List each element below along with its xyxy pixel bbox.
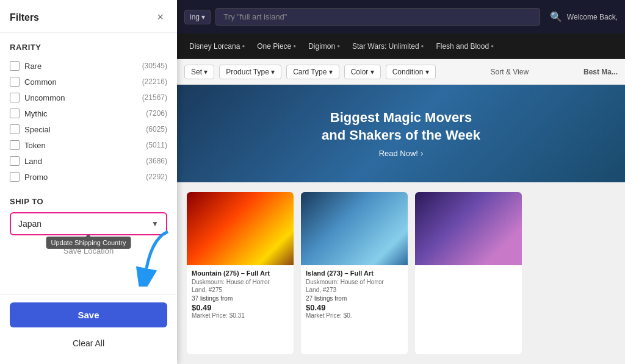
rarity-left: Token: [10, 140, 46, 150]
card-name: Mountain (275) – Full Art: [192, 269, 289, 277]
rarity-item-rare: Rare (30545): [10, 58, 167, 74]
search-icon[interactable]: 🔍: [550, 11, 562, 23]
banner-link-label: Read Now!: [379, 149, 418, 158]
rarity-item-token: Token (5011): [10, 137, 167, 153]
rarity-left: Uncommon: [10, 93, 65, 102]
rarity-checkbox-common[interactable]: [10, 77, 20, 87]
product-card[interactable]: Island (273) – Full Art Duskmourn: House…: [301, 192, 408, 354]
ship-to-select-wrapper: Japan United States Germany Australia ▼ …: [10, 212, 167, 235]
search-box[interactable]: Try "full art island": [215, 8, 540, 26]
card-listings: 37 listings from: [192, 295, 289, 302]
cat-disney-lorcana[interactable]: Disney Lorcana ●: [184, 40, 250, 53]
save-button[interactable]: Save: [10, 302, 167, 327]
close-filter-button[interactable]: ×: [153, 10, 167, 25]
card-name: Island (273) – Full Art: [306, 269, 403, 277]
sort-value[interactable]: Best Ma...: [583, 68, 618, 76]
rarity-count-special: (6025): [146, 125, 167, 134]
card-info: Mountain (275) – Full Art Duskmourn: Hou…: [187, 265, 294, 323]
cat-label: Digimon: [308, 42, 335, 51]
rarity-checkbox-special[interactable]: [10, 124, 20, 134]
rarity-checkbox-token[interactable]: [10, 140, 20, 150]
sort-view-label: Sort & View: [491, 68, 529, 76]
ship-to-title: Ship To: [10, 197, 167, 206]
rarity-label-uncommon: Uncommon: [24, 93, 65, 102]
rarity-item-promo: Promo (2292): [10, 169, 167, 185]
cat-star-wars[interactable]: Star Wars: Unlimited ●: [347, 40, 428, 53]
promo-banner: Biggest Magic Moversand Shakers of the W…: [177, 85, 625, 182]
rarity-label-common: Common: [24, 77, 57, 87]
card-image-island: [301, 192, 408, 265]
filter-color[interactable]: Color ▾: [344, 65, 381, 79]
card-number: Land, #273: [306, 287, 403, 293]
rarity-item-land: Land (3686): [10, 153, 167, 169]
rarity-count-uncommon: (21567): [142, 93, 167, 102]
cat-one-piece[interactable]: One Piece ●: [252, 40, 301, 53]
filter-panel-title: Filters: [10, 12, 39, 23]
cat-dot: ●: [421, 43, 424, 49]
card-image-partial: [415, 192, 522, 265]
welcome-text: Welcome Back,: [567, 13, 618, 21]
product-cards-area: Mountain (275) – Full Art Duskmourn: Hou…: [177, 182, 625, 364]
rarity-count-rare: (30545): [142, 62, 167, 70]
rarity-checkbox-land[interactable]: [10, 156, 20, 166]
cat-label: Flesh and Blood: [436, 42, 489, 51]
cat-dot: ●: [242, 43, 245, 49]
rarity-checkbox-rare[interactable]: [10, 61, 20, 71]
cat-dot: ●: [337, 43, 340, 49]
rarity-label-rare: Rare: [24, 62, 42, 71]
rarity-label-promo: Promo: [24, 173, 48, 182]
category-nav: Disney Lorcana ● One Piece ● Digimon ● S…: [177, 34, 625, 59]
filter-footer: Save Clear All: [0, 294, 177, 364]
card-price: $0.49: [192, 303, 289, 312]
rarity-count-common: (22216): [142, 77, 167, 86]
cat-label: One Piece: [257, 42, 291, 51]
filter-set[interactable]: Set ▾: [184, 65, 214, 79]
rarity-item-uncommon: Uncommon (21567): [10, 90, 167, 105]
banner-arrow-icon: ›: [421, 149, 423, 158]
rarity-label-special: Special: [24, 125, 51, 134]
product-card-partial[interactable]: [415, 192, 522, 354]
card-market: Market Price: $0.31: [192, 312, 289, 319]
ship-to-section: Ship To Japan United States Germany Aust…: [10, 197, 167, 259]
rarity-label-land: Land: [24, 157, 42, 166]
rarity-count-token: (5011): [146, 141, 167, 149]
rarity-left: Land: [10, 156, 42, 166]
cat-dot: ●: [293, 43, 296, 49]
cat-flesh-blood[interactable]: Flesh and Blood ●: [431, 40, 499, 53]
card-info: Island (273) – Full Art Duskmourn: House…: [301, 265, 408, 323]
rarity-item-common: Common (22216): [10, 74, 167, 90]
rarity-label-mythic: Mythic: [24, 109, 48, 118]
rarity-left: Special: [10, 124, 51, 134]
filter-product-type[interactable]: Product Type ▾: [219, 65, 281, 79]
filter-panel: Filters × Rarity Rare (30545) Common (22…: [0, 0, 177, 364]
rarity-list: Rare (30545) Common (22216) Uncommon (21…: [10, 58, 167, 185]
rarity-section-title: Rarity: [10, 43, 167, 52]
card-price: $0.49: [306, 303, 403, 312]
clear-all-button[interactable]: Clear All: [10, 332, 167, 354]
rarity-count-mythic: (7206): [146, 109, 167, 118]
filter-card-type[interactable]: Card Type ▾: [286, 65, 339, 79]
rarity-count-land: (3686): [146, 157, 167, 165]
rarity-checkbox-mythic[interactable]: [10, 109, 20, 118]
top-nav: ing ▾ Try "full art island" 🔍 Welcome Ba…: [177, 0, 625, 34]
product-card[interactable]: Mountain (275) – Full Art Duskmourn: Hou…: [187, 192, 294, 354]
cat-dot: ●: [491, 43, 494, 49]
rarity-checkbox-uncommon[interactable]: [10, 93, 20, 102]
card-set: Duskmourn: House of Horror: [192, 279, 289, 285]
rarity-left: Promo: [10, 172, 48, 182]
cat-label: Disney Lorcana: [189, 42, 240, 51]
update-shipping-tooltip: Update Shipping Country: [46, 237, 131, 249]
ship-to-select[interactable]: Japan United States Germany Australia: [18, 219, 159, 229]
banner-link[interactable]: Read Now! ›: [379, 149, 424, 158]
cat-digimon[interactable]: Digimon ●: [303, 40, 345, 53]
rarity-checkbox-promo[interactable]: [10, 172, 20, 182]
search-placeholder: Try "full art island": [223, 12, 287, 21]
filter-bar: Set ▾ Product Type ▾ Card Type ▾ Color ▾…: [177, 59, 625, 85]
rarity-left: Rare: [10, 61, 42, 71]
card-set: Duskmourn: House of Horror: [306, 279, 403, 285]
nav-dropdown-label: ing ▾: [190, 13, 205, 21]
nav-dropdown[interactable]: ing ▾: [184, 10, 211, 24]
filter-condition[interactable]: Condition ▾: [386, 65, 436, 79]
rarity-label-token: Token: [24, 141, 46, 150]
rarity-left: Mythic: [10, 109, 48, 118]
